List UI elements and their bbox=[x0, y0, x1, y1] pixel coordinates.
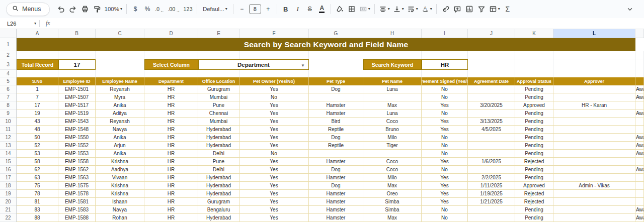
cell-m-text[interactable] bbox=[635, 118, 644, 126]
cell-agreement-signed[interactable]: Yes bbox=[422, 118, 468, 126]
row-header-10[interactable]: 10 bbox=[0, 118, 16, 126]
cell-pet-name[interactable]: Max bbox=[363, 101, 422, 109]
cell-m-text[interactable] bbox=[635, 182, 644, 190]
empty-cell[interactable] bbox=[468, 51, 515, 59]
cell-agreement-date[interactable] bbox=[468, 109, 515, 118]
cell-agreement-date[interactable] bbox=[468, 206, 515, 214]
redo-button[interactable] bbox=[67, 3, 79, 16]
cell-agreement-signed[interactable]: Yes bbox=[422, 198, 468, 206]
cell-department[interactable]: HR bbox=[144, 198, 198, 206]
cell-agreement-date[interactable] bbox=[468, 93, 515, 101]
cell-m-text[interactable] bbox=[635, 158, 644, 166]
empty-cell[interactable] bbox=[239, 51, 309, 59]
empty-cell[interactable] bbox=[144, 70, 198, 77]
cell-approval-status[interactable]: Rejected bbox=[515, 198, 553, 206]
cell-approver[interactable] bbox=[553, 206, 635, 214]
cell-agreement-signed[interactable]: Yes bbox=[422, 158, 468, 166]
cell-pet-type[interactable]: Dog bbox=[309, 182, 363, 190]
undo-button[interactable] bbox=[55, 3, 67, 16]
cell-pet-type[interactable] bbox=[309, 150, 363, 158]
cell-pet-type[interactable]: Hamster bbox=[309, 158, 363, 166]
cell-office-location[interactable]: Chennai bbox=[198, 109, 239, 118]
empty-cell[interactable] bbox=[515, 51, 553, 59]
row-header-22[interactable]: 22 bbox=[0, 214, 16, 222]
empty-cell[interactable] bbox=[553, 70, 635, 77]
empty-cell[interactable] bbox=[96, 51, 144, 59]
column-header-F[interactable]: F bbox=[239, 29, 309, 38]
table-header-employee-id[interactable]: Employee ID bbox=[58, 77, 96, 85]
cell-employee-id[interactable]: EMP-1507 bbox=[58, 93, 96, 101]
strikethrough-button[interactable]: S bbox=[304, 3, 316, 16]
cell-employee-name[interactable]: Anika bbox=[96, 150, 144, 158]
cell-sno[interactable]: 75 bbox=[17, 182, 58, 190]
row-header-9[interactable]: 9 bbox=[0, 109, 16, 118]
cell-sno[interactable]: 58 bbox=[17, 158, 58, 166]
row-header-14[interactable]: 14 bbox=[0, 150, 16, 158]
row-header-16[interactable]: 16 bbox=[0, 166, 16, 174]
cell-pet-type[interactable]: Hamster bbox=[309, 101, 363, 109]
cell-employee-name[interactable]: Anika bbox=[96, 101, 144, 109]
cell-agreement-date[interactable] bbox=[468, 134, 515, 142]
table-header-employee-name[interactable]: Employee Name bbox=[96, 77, 144, 85]
cell-office-location[interactable]: Mumbai bbox=[198, 118, 239, 126]
cell-employee-id[interactable]: EMP-1501 bbox=[58, 85, 96, 93]
column-header-sliver[interactable] bbox=[635, 29, 644, 38]
cell-pet-name[interactable]: Bruno bbox=[363, 126, 422, 134]
name-box[interactable]: L26 ▾ bbox=[0, 21, 39, 27]
cell-office-location[interactable]: Gurugram bbox=[198, 198, 239, 206]
cell-employee-name[interactable]: Krishna bbox=[96, 158, 144, 166]
cell-pet-owner[interactable]: Yes bbox=[239, 190, 309, 198]
empty-cell[interactable] bbox=[58, 70, 96, 77]
cell-sno[interactable]: 83 bbox=[17, 206, 58, 214]
cell-agreement-signed[interactable]: No bbox=[422, 142, 468, 150]
cell-approver[interactable] bbox=[553, 190, 635, 198]
row-header-13[interactable]: 13 bbox=[0, 142, 16, 150]
empty-cell[interactable] bbox=[635, 70, 644, 77]
cell-department[interactable]: HR bbox=[144, 118, 198, 126]
cell-pet-type[interactable]: Hamster bbox=[309, 174, 363, 182]
insert-link-button[interactable] bbox=[439, 3, 451, 16]
column-header-J[interactable]: J bbox=[468, 29, 515, 38]
cell-pet-name[interactable]: Milo bbox=[363, 174, 422, 182]
cell-pet-name[interactable]: Max bbox=[363, 182, 422, 190]
cell-m-text[interactable]: Awaiting bbox=[635, 134, 644, 142]
cell-employee-id[interactable]: EMP-1519 bbox=[58, 109, 96, 118]
table-header-approver[interactable]: Approver bbox=[553, 77, 635, 85]
cell-m-text[interactable]: Awaiting bbox=[635, 214, 644, 222]
cell-employee-name[interactable]: Anika bbox=[96, 134, 144, 142]
cell-agreement-signed[interactable]: No bbox=[422, 85, 468, 93]
cell-approval-status[interactable]: Approved bbox=[515, 101, 553, 109]
cell-employee-id[interactable]: EMP-1581 bbox=[58, 198, 96, 206]
cell-agreement-signed[interactable]: No bbox=[422, 166, 468, 174]
cell-office-location[interactable]: Bengaluru bbox=[198, 206, 239, 214]
cell-office-location[interactable]: Hyderabad bbox=[198, 190, 239, 198]
cell-agreement-date[interactable] bbox=[468, 214, 515, 222]
column-header-D[interactable]: D bbox=[144, 29, 198, 38]
cell-approver[interactable]: HR - Karan bbox=[553, 101, 635, 109]
cell-pet-owner[interactable]: No bbox=[239, 93, 309, 101]
cell-office-location[interactable]: Hyderabad bbox=[198, 182, 239, 190]
cell-approver[interactable] bbox=[553, 198, 635, 206]
cell-approval-status[interactable]: Pending bbox=[515, 206, 553, 214]
cell-employee-id[interactable]: EMP-1543 bbox=[58, 118, 96, 126]
empty-cell[interactable] bbox=[96, 70, 144, 77]
empty-cell[interactable] bbox=[309, 59, 363, 70]
cell-m-text[interactable] bbox=[635, 190, 644, 198]
fill-color-button[interactable] bbox=[334, 3, 346, 16]
cell-agreement-signed[interactable]: No bbox=[422, 109, 468, 118]
cell-agreement-signed[interactable]: Yes bbox=[422, 190, 468, 198]
cell-agreement-date[interactable]: 2/2/2025 bbox=[468, 174, 515, 182]
bold-button[interactable]: B bbox=[280, 3, 292, 16]
cell-employee-id[interactable]: EMP-1553 bbox=[58, 150, 96, 158]
cell-department[interactable]: HR bbox=[144, 206, 198, 214]
sheet-title[interactable]: Search by Search Keyword and Field Name bbox=[17, 38, 635, 51]
format-percent-button[interactable]: % bbox=[141, 3, 153, 16]
cell-employee-id[interactable]: EMP-1588 bbox=[58, 214, 96, 222]
cell-employee-id[interactable]: EMP-1558 bbox=[58, 158, 96, 166]
cell-employee-id[interactable]: EMP-1575 bbox=[58, 182, 96, 190]
cell-department[interactable]: HR bbox=[144, 93, 198, 101]
cell-pet-type[interactable]: Hamster bbox=[309, 206, 363, 214]
cell-pet-name[interactable]: Luna bbox=[363, 85, 422, 93]
cell-pet-owner[interactable]: Yes bbox=[239, 142, 309, 150]
cell-pet-owner[interactable]: Yes bbox=[239, 158, 309, 166]
